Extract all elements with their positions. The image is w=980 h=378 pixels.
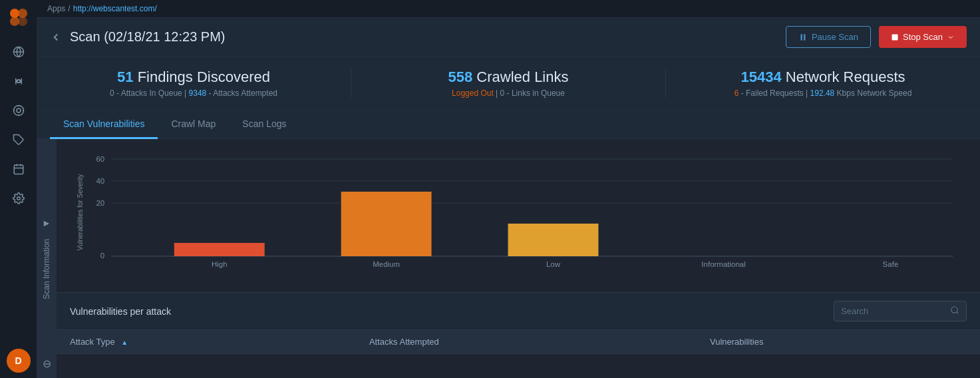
bar-medium [341,192,432,256]
svg-text:Medium: Medium [373,260,400,268]
attacks-queue: 0 [110,89,114,98]
svg-point-7 [17,108,21,112]
chart-svg: 60 40 20 0 High Medium Low [70,152,960,279]
vulnerabilities-table: Attack Type ▲ Attacks Attempted Vulnerab… [57,330,980,354]
svg-point-17 [17,197,20,200]
tab-scan-logs[interactable]: Scan Logs [229,110,299,139]
search-input[interactable] [841,306,945,316]
sidebar: D [0,0,37,378]
failed-requests-text: - Failed Requests | [741,89,810,98]
breadcrumb-url[interactable]: http://webscantest.com/ [73,4,157,13]
breadcrumb: Apps / http://webscantest.com/ [37,0,980,18]
attacks-attempted-number: 9348 [189,89,207,98]
scan-information-panel[interactable]: ► Scan Information ⊖ [37,139,57,378]
svg-point-3 [18,17,27,26]
vulnerability-chart: 60 40 20 0 High Medium Low [57,139,980,292]
stat-network: 15434 Network Requests 6 - Failed Reques… [666,69,980,98]
bar-high [174,243,265,256]
svg-point-36 [951,307,957,313]
sidebar-bottom: D [7,349,31,373]
svg-text:60: 60 [96,155,104,163]
stat-crawled: 558 Crawled Links Logged Out | 0 - Links… [351,69,666,98]
network-number: 15434 [740,69,781,85]
svg-text:0: 0 [100,252,104,260]
svg-text:Safe: Safe [883,260,899,268]
panel-label: Scan Information [42,239,51,299]
col-vulnerabilities[interactable]: Vulnerabilities [697,330,980,354]
chart-table-area: 60 40 20 0 High Medium Low [57,139,980,378]
tab-vulnerabilities[interactable]: Scan Vulnerabilities [50,110,158,139]
back-button[interactable] [50,31,62,43]
main-content: Apps / http://webscantest.com/ Scan (02/… [37,0,980,378]
crawled-number: 558 [448,69,472,85]
avatar: D [7,349,31,373]
svg-line-37 [957,312,959,314]
failed-requests-number: 6 [735,89,739,98]
svg-text:20: 20 [96,199,104,207]
biohazard-icon[interactable] [7,69,31,93]
header-left: Scan (02/18/21 12:23 PM) [50,29,225,45]
attacks-attempted-text: - Attacks Attempted [209,89,277,98]
breadcrumb-separator: / [68,4,70,13]
calendar-icon[interactable] [7,157,31,181]
findings-number: 51 [117,69,133,85]
settings-icon[interactable] [7,186,31,210]
stats-row: 51 Findings Discovered 0 - Attacks In Qu… [37,57,980,110]
table-title: Vulnerabilities per attack [70,306,171,317]
col-attacks-attempted[interactable]: Attacks Attempted [356,330,697,354]
tag-icon[interactable] [7,128,31,152]
svg-text:High: High [212,260,228,268]
breadcrumb-apps[interactable]: Apps [47,4,65,13]
svg-point-1 [18,9,27,18]
svg-point-0 [10,9,19,18]
svg-rect-18 [800,34,802,40]
links-queue-text: | 0 - Links in Queue [496,89,565,98]
bar-low [508,224,599,256]
search-icon [950,305,959,317]
stat-findings: 51 Findings Discovered 0 - Attacks In Qu… [37,69,351,98]
svg-rect-20 [892,34,898,40]
svg-text:Vulnerabilities for Severity: Vulnerabilities for Severity [77,174,84,251]
app-logo [7,5,31,29]
panel-arrow-icon: ► [42,218,51,228]
svg-point-2 [10,17,19,26]
svg-text:40: 40 [96,177,104,185]
logged-out-text: Logged Out [452,89,494,98]
col-attack-type[interactable]: Attack Type ▲ [57,330,356,354]
target-icon[interactable] [7,98,31,122]
content-area: ► Scan Information ⊖ 60 40 20 0 [37,139,980,378]
crawled-label: Crawled Links [476,69,568,85]
table-header-bar: Vulnerabilities per attack [57,293,980,330]
svg-point-6 [13,106,23,116]
stop-scan-button[interactable]: Stop Scan [879,26,967,48]
svg-rect-13 [14,165,23,174]
panel-collapse-icon[interactable]: ⊖ [43,357,51,370]
svg-text:Informational: Informational [701,260,745,268]
svg-rect-19 [804,34,805,40]
network-speed-text: Kbps Network Speed [837,89,912,98]
pause-scan-button[interactable]: Pause Scan [786,26,871,48]
search-box [834,301,967,321]
svg-text:Low: Low [546,260,561,268]
sort-icon: ▲ [121,339,128,346]
table-section: Vulnerabilities per attack Attack Type [57,292,980,354]
network-label: Network Requests [786,69,905,85]
tabs: Scan Vulnerabilities Crawl Map Scan Logs [37,110,980,139]
attacks-queue-text: - Attacks In Queue | [116,89,189,98]
tab-crawl-map[interactable]: Crawl Map [158,110,229,139]
page-header: Scan (02/18/21 12:23 PM) Pause Scan Stop… [37,18,980,57]
page-title: Scan (02/18/21 12:23 PM) [70,29,225,45]
findings-label: Findings Discovered [138,69,270,85]
header-actions: Pause Scan Stop Scan [786,26,967,48]
network-speed-number: 192.48 [810,89,835,98]
globe-icon[interactable] [7,40,31,64]
